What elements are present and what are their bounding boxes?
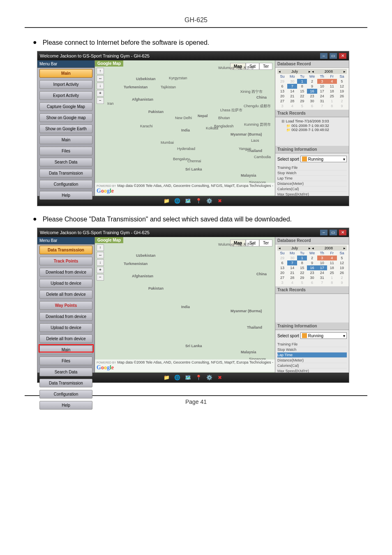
cal-day[interactable]: 2 [337,99,347,104]
cal-day[interactable]: 7 [317,104,327,108]
cal-day[interactable]: 8 [327,104,337,108]
bb-close-icon[interactable]: ✖ [217,198,223,204]
map-tab-ter[interactable]: Ter [259,240,272,246]
map-area[interactable]: Google Map ↑ ↔ ↓ + − Map Sat Ter Wulumuq… [95,60,275,196]
nav-help[interactable]: Help [39,191,92,200]
cal-day[interactable]: 2 [307,79,317,84]
cal-day[interactable]: 25 [327,94,337,99]
map-tool-down[interactable]: ↓ [97,259,104,266]
cal-day[interactable]: 5 [337,79,347,84]
map-tool-lr[interactable]: ↔ [97,252,104,258]
nav-search-data[interactable]: Search Data [39,158,92,166]
cal-day[interactable]: 15 [297,265,307,270]
map-tool-up[interactable]: ↑ [97,244,104,251]
cal-day[interactable]: 27 [277,99,287,104]
bb-globe-icon[interactable]: 🌐 [174,198,180,204]
sidebar-section-main[interactable]: Main [39,69,92,78]
cal-day[interactable]: 16 [307,265,317,270]
cal-day[interactable]: 4 [327,256,337,260]
cal-day[interactable]: 28 [287,99,297,104]
cal-day[interactable]: 26 [337,94,347,99]
cal-day[interactable]: 24 [317,270,327,275]
bb-pin-icon[interactable]: 📍 [195,374,202,381]
info-row[interactable]: Training File [277,165,347,170]
cal-day[interactable]: 18 [327,265,337,270]
tree-load-time[interactable]: Load Time-7/16/2008 3:03 [277,119,347,124]
cal-day[interactable]: 31 [317,275,327,280]
info-row[interactable]: Calories(Cal) [277,187,347,192]
cal-day[interactable]: 9 [307,84,317,89]
cal-day[interactable]: 21 [287,94,297,99]
cal-day[interactable]: 13 [277,89,287,94]
info-row[interactable]: Max Speed(KM/Hr) [277,368,347,373]
sidebar-export-activity[interactable]: Export Activity [39,91,92,100]
map-tab-ter[interactable]: Ter [259,63,272,70]
cal-day[interactable]: 17 [317,89,327,94]
cal-day[interactable]: 9 [337,104,347,108]
cal-day[interactable]: 18 [327,89,337,94]
sidebar-tp-download[interactable]: Download from device [39,268,92,276]
cal-day[interactable]: 19 [337,89,347,94]
minimize-button[interactable]: – [320,230,327,235]
cal-day[interactable]: 5 [297,104,307,108]
info-row[interactable]: Lap Time [277,352,347,358]
cal-day[interactable]: 29 [297,275,307,280]
cal-day[interactable]: 1 [327,275,337,280]
cal-day[interactable]: 8 [327,280,337,285]
cal-day[interactable]: 8 [297,260,307,265]
cal-day[interactable]: 13 [277,265,287,270]
sidebar-wp-upload[interactable]: Upload to device [39,323,92,332]
nav-help[interactable]: Help [39,401,92,410]
bb-map-icon[interactable]: 🗺️ [184,374,191,381]
cal-day[interactable]: 3 [317,79,327,84]
cal-day[interactable]: 4 [287,280,297,285]
map-tool-up[interactable]: ↑ [97,68,104,74]
sport-select[interactable]: Running ▾ [300,332,347,339]
nav-main[interactable]: Main [39,345,92,354]
cal-day[interactable]: 22 [297,270,307,275]
cal-next-month[interactable]: ▸ ◂ [309,246,314,250]
cal-day[interactable]: 6 [307,280,317,285]
nav-data-transmission[interactable]: Data Transmission [39,379,92,387]
cal-day[interactable]: 25 [327,270,337,275]
nav-data-transmission[interactable]: Data Transmission [39,169,92,177]
bb-globe-icon[interactable]: 🌐 [174,374,180,381]
sidebar-capture-google-map[interactable]: Capture Google Map [39,102,92,111]
close-button[interactable]: ✕ [339,230,346,235]
map-tool-zoom-out[interactable]: − [97,97,104,104]
tree-rec-1[interactable]: 001-2008-7-1 09:40:32 [277,124,347,128]
cal-day[interactable]: 11 [327,84,337,89]
cal-day[interactable]: 7 [287,84,297,89]
close-button[interactable]: ✕ [339,53,346,59]
cal-day[interactable]: 29 [277,256,287,260]
info-row[interactable]: Stop Watch [277,347,347,352]
cal-day[interactable]: 2 [337,275,347,280]
cal-day[interactable]: 23 [307,270,317,275]
cal-day[interactable]: 8 [297,84,307,89]
nav-main[interactable]: Main [39,136,92,144]
map-tool-down[interactable]: ↓ [97,83,104,89]
nav-configuration[interactable]: Configuration [39,390,92,398]
bb-folder-icon[interactable]: 📁 [163,198,170,204]
cal-prev-month[interactable]: ◂ [279,246,281,250]
map-tool-zoom-in[interactable]: + [97,90,104,97]
cal-day[interactable]: 22 [297,94,307,99]
cal-day[interactable]: 14 [287,265,297,270]
cal-day[interactable]: 1 [297,256,307,260]
cal-day[interactable]: 6 [277,260,287,265]
calendar[interactable]: ◂ July ▸ ◂ 2008 ▸ SuMoTuWeThFrSa29301234… [275,68,349,110]
cal-next-year[interactable]: ▸ [344,69,346,74]
cal-day[interactable]: 29 [277,79,287,84]
cal-day[interactable]: 19 [337,265,347,270]
cal-day[interactable]: 7 [287,260,297,265]
cal-day[interactable]: 12 [337,84,347,89]
cal-day[interactable]: 5 [297,280,307,285]
bb-gear-icon[interactable]: ⚙️ [206,374,212,381]
sidebar-import-activity[interactable]: Import Activity [39,80,92,89]
calendar[interactable]: ◂ July ▸ ◂ 2008 ▸ SuMoTuWeThFrSa29301234… [275,244,349,286]
cal-day[interactable]: 4 [327,79,337,84]
cal-day[interactable]: 21 [287,270,297,275]
nav-files[interactable]: Files [39,357,92,365]
map-tool-zoom-in[interactable]: + [97,267,104,273]
cal-day[interactable]: 14 [287,89,297,94]
